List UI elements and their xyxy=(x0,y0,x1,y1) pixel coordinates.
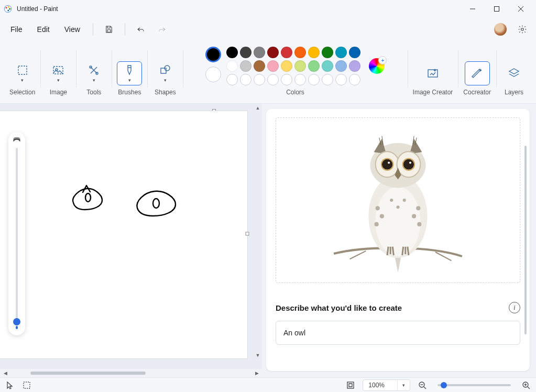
status-bar: 100% ▾ xyxy=(0,377,536,392)
color-swatch[interactable] xyxy=(267,47,279,58)
svg-rect-9 xyxy=(107,30,111,32)
menu-file[interactable]: File xyxy=(4,22,29,37)
canvas-horizontal-scrollbar[interactable]: ◀ ▶ xyxy=(0,369,262,377)
color-swatch[interactable] xyxy=(349,47,360,58)
info-button[interactable]: i xyxy=(509,302,520,313)
slider-track[interactable] xyxy=(16,148,18,322)
ribbon-group-cocreator: Cocreator xyxy=(458,44,496,100)
zoom-slider-thumb[interactable] xyxy=(441,382,447,388)
color-swatch-empty[interactable] xyxy=(308,74,320,85)
maximize-button[interactable] xyxy=(485,0,509,18)
chevron-down-icon: ▾ xyxy=(21,78,24,83)
svg-rect-17 xyxy=(161,68,166,73)
color-swatch[interactable] xyxy=(308,60,320,72)
color-swatch[interactable] xyxy=(240,60,251,72)
image-creator-button[interactable] xyxy=(420,61,445,85)
menu-edit[interactable]: Edit xyxy=(31,22,56,37)
cocreator-panel: Describe what you'd like to create i xyxy=(262,104,536,377)
scroll-up-icon[interactable]: ▲ xyxy=(254,104,262,112)
color-swatch[interactable] xyxy=(335,60,347,72)
color-swatch[interactable] xyxy=(322,47,333,58)
color-swatch-empty[interactable] xyxy=(240,74,251,85)
fit-to-window-button[interactable] xyxy=(346,380,355,390)
brushes-button[interactable]: ▾ xyxy=(117,61,142,85)
color-primary-swatch[interactable] xyxy=(205,47,221,62)
svg-point-31 xyxy=(403,199,406,202)
color-swatch[interactable] xyxy=(281,47,292,58)
color-swatch-empty[interactable] xyxy=(254,74,265,85)
color-swatch[interactable] xyxy=(322,60,333,72)
svg-rect-11 xyxy=(18,66,27,74)
minimize-button[interactable] xyxy=(461,0,485,18)
close-button[interactable] xyxy=(509,0,533,18)
shapes-button[interactable]: ▾ xyxy=(152,61,178,85)
color-swatch[interactable] xyxy=(294,60,306,72)
color-swatch-empty[interactable] xyxy=(267,74,279,85)
color-swatch[interactable] xyxy=(267,60,279,72)
zoom-slider[interactable] xyxy=(437,384,511,386)
zoom-level-select[interactable]: 100% ▾ xyxy=(363,379,410,391)
layers-button[interactable] xyxy=(501,61,527,85)
settings-button[interactable] xyxy=(513,20,532,39)
ribbon-label: Tools xyxy=(86,89,101,96)
user-avatar[interactable] xyxy=(494,23,507,36)
drawing-canvas[interactable] xyxy=(0,111,247,358)
canvas-vertical-scrollbar[interactable]: ▲ ▼ xyxy=(254,104,262,360)
svg-point-32 xyxy=(396,205,399,209)
svg-point-26 xyxy=(375,222,379,226)
canvas-pane: ▲ ▼ ◀ ▶ xyxy=(0,104,262,377)
menu-view[interactable]: View xyxy=(58,22,86,37)
scroll-down-icon[interactable]: ▼ xyxy=(254,351,262,360)
selection-tool[interactable]: ▾ xyxy=(10,61,35,85)
chevron-down-icon: ▾ xyxy=(128,78,131,83)
scroll-left-icon[interactable]: ◀ xyxy=(1,369,9,377)
cocreator-preview[interactable] xyxy=(276,117,520,283)
color-swatch[interactable] xyxy=(240,47,251,58)
color-swatch[interactable] xyxy=(335,47,347,58)
zoom-in-button[interactable] xyxy=(521,380,531,390)
color-swatch-empty[interactable] xyxy=(226,74,238,85)
color-swatch[interactable] xyxy=(294,47,306,58)
chevron-down-icon[interactable]: ▾ xyxy=(397,379,410,391)
tools-icon xyxy=(87,64,100,77)
panel-scrollbar[interactable] xyxy=(524,146,527,334)
cocreator-prompt-input[interactable] xyxy=(276,321,520,345)
scroll-right-icon[interactable]: ▶ xyxy=(253,369,261,377)
color-swatch-empty[interactable] xyxy=(335,74,347,85)
gear-icon xyxy=(518,25,527,34)
cocreator-button[interactable] xyxy=(465,61,490,85)
color-swatch-empty[interactable] xyxy=(281,74,292,85)
color-swatch[interactable] xyxy=(226,47,238,58)
ribbon-group-layers: Layers xyxy=(496,44,532,100)
svg-point-27 xyxy=(416,206,420,210)
color-swatch-empty[interactable] xyxy=(294,74,306,85)
svg-point-29 xyxy=(417,222,421,226)
ribbon-group-image: ▾ Image xyxy=(40,44,76,100)
zoom-out-button[interactable] xyxy=(418,380,427,390)
color-swatch-empty[interactable] xyxy=(349,74,360,85)
color-swatch[interactable] xyxy=(308,47,320,58)
color-swatch[interactable] xyxy=(254,60,265,72)
ribbon-label: Brushes xyxy=(118,89,141,96)
undo-button[interactable] xyxy=(132,20,150,39)
canvas-resize-handle[interactable] xyxy=(246,232,249,236)
slider-thumb[interactable] xyxy=(13,318,20,325)
edit-colors-button[interactable] xyxy=(369,58,385,74)
color-secondary-swatch[interactable] xyxy=(205,67,221,82)
svg-rect-6 xyxy=(495,7,499,12)
color-swatch[interactable] xyxy=(254,47,265,58)
paint-app-icon xyxy=(3,4,13,14)
color-swatch-empty[interactable] xyxy=(322,74,333,85)
color-swatch[interactable] xyxy=(226,60,238,72)
ribbon-label: Layers xyxy=(505,89,523,96)
brush-size-slider[interactable] xyxy=(8,132,25,335)
image-tool[interactable]: ▾ xyxy=(46,61,71,85)
tools-button[interactable]: ▾ xyxy=(81,61,106,85)
color-swatch[interactable] xyxy=(281,60,292,72)
ribbon-group-selection: ▾ Selection xyxy=(4,44,40,100)
redo-button[interactable] xyxy=(152,20,171,39)
color-swatch[interactable] xyxy=(349,60,360,72)
describe-label: Describe what you'd like to create xyxy=(276,303,509,312)
save-button[interactable] xyxy=(100,20,118,39)
scrollbar-thumb[interactable] xyxy=(30,372,146,375)
